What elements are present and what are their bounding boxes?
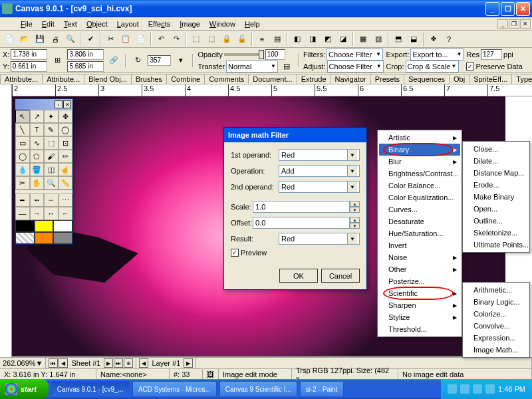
erase-tool[interactable]: ◫: [44, 163, 59, 176]
pencil-tool[interactable]: ✏: [59, 150, 73, 163]
tool-f[interactable]: ▧: [371, 32, 386, 47]
menu-item[interactable]: Sharpen▶: [379, 299, 460, 311]
preview-checkbox[interactable]: ✓: [231, 249, 239, 257]
scale-input[interactable]: [253, 201, 350, 213]
redo-button[interactable]: ↷: [169, 32, 184, 47]
ungroup-button[interactable]: ⬚: [204, 32, 219, 47]
toolbox-close-icon[interactable]: ✕: [63, 100, 71, 108]
wand-tool[interactable]: ✦: [44, 110, 59, 123]
palette-tab[interactable]: Presets: [370, 74, 404, 84]
menu-item[interactable]: Scientific▶: [379, 287, 460, 299]
save-button[interactable]: 💾: [33, 32, 47, 47]
menu-item[interactable]: Curves...: [379, 203, 460, 215]
swatch-white[interactable]: [53, 220, 72, 232]
brush-tool[interactable]: 🖌: [44, 150, 59, 163]
arrow-end[interactable]: →: [30, 207, 45, 220]
menu-help[interactable]: Help: [240, 19, 265, 29]
curve-tool[interactable]: ∿: [30, 136, 45, 150]
swatch-gray[interactable]: [53, 232, 72, 244]
swatch-black[interactable]: [15, 220, 35, 232]
menu-item[interactable]: Image Math...: [464, 344, 528, 356]
filters-combo[interactable]: Choose Filter▼: [327, 49, 383, 61]
y-input[interactable]: [11, 61, 47, 72]
oper-combo[interactable]: Add▼: [279, 165, 360, 177]
rotate-down-icon[interactable]: ▾: [174, 53, 188, 68]
ok-button[interactable]: OK: [279, 269, 318, 283]
taskbar-button[interactable]: Canvas 9 Scientific I...: [219, 381, 297, 397]
menu-item[interactable]: Noise▶: [379, 251, 460, 263]
menu-item[interactable]: Threshold...: [379, 323, 460, 335]
arrow-start[interactable]: ←: [59, 207, 73, 220]
stroke-dash-4[interactable]: ⋯: [59, 194, 73, 207]
group-button[interactable]: ⬚: [189, 32, 203, 47]
menu-image[interactable]: Image: [175, 19, 205, 29]
stroke-dash-1[interactable]: ━: [15, 194, 30, 207]
bucket-tool[interactable]: 🪣: [30, 163, 45, 176]
palette-tab[interactable]: Sequences: [404, 74, 450, 84]
tray-icon[interactable]: [460, 384, 469, 394]
lasso-tool[interactable]: ◯: [59, 123, 73, 136]
menu-item[interactable]: Erode...: [464, 179, 528, 191]
palette-tab[interactable]: Navigator: [331, 74, 371, 84]
scale-up[interactable]: ▲: [350, 201, 360, 207]
offset-up[interactable]: ▲: [350, 217, 360, 223]
open-button[interactable]: 📂: [17, 32, 32, 47]
menu-file[interactable]: File: [16, 19, 37, 29]
stroke-dash-3[interactable]: ┈: [44, 194, 59, 207]
new-button[interactable]: 📄: [2, 32, 17, 47]
lock-button[interactable]: 🔒: [219, 32, 234, 47]
menu-item[interactable]: Binary▶: [379, 144, 460, 156]
tray-icon[interactable]: [485, 384, 495, 394]
select-tool[interactable]: ↖: [15, 110, 30, 123]
menu-item[interactable]: Hue/Saturation...: [379, 227, 460, 239]
menu-item[interactable]: Artistic▶: [379, 132, 460, 144]
menu-item[interactable]: Ultimate Points...: [464, 239, 528, 251]
taskbar-button[interactable]: Canvas 9.0.1 - [cv9_...: [51, 381, 130, 397]
first-page-button[interactable]: ⏮: [49, 358, 58, 368]
maximize-button[interactable]: ☐: [501, 2, 515, 16]
arrow-none[interactable]: —: [15, 207, 30, 220]
palette-tab[interactable]: Obj: [449, 74, 469, 84]
minimize-button[interactable]: _: [485, 2, 499, 16]
menu-item[interactable]: Close...: [464, 143, 528, 155]
palette-tab[interactable]: Attribute...: [0, 74, 43, 84]
mdi-minimize[interactable]: _: [497, 19, 508, 29]
swatch-none[interactable]: [15, 232, 35, 244]
opacity-input[interactable]: [265, 49, 285, 60]
unlock-button[interactable]: 🔓: [235, 32, 249, 47]
offset-input[interactable]: [253, 217, 350, 229]
menu-layout[interactable]: Layout: [112, 19, 144, 29]
copy-button[interactable]: 📋: [118, 32, 133, 47]
spell-button[interactable]: ✔: [83, 32, 98, 47]
prev-page-button[interactable]: ◀: [59, 358, 68, 368]
palette-tab[interactable]: Document...: [248, 74, 297, 84]
palette-tab[interactable]: Attribute...: [42, 74, 84, 84]
mdi-close[interactable]: ✕: [520, 19, 531, 29]
menu-item[interactable]: Distance Map...: [464, 167, 528, 179]
tool-b[interactable]: ◨: [305, 32, 320, 47]
offset-down[interactable]: ▼: [350, 223, 360, 229]
res-input[interactable]: [481, 49, 502, 60]
tray-icon[interactable]: [448, 384, 457, 394]
cancel-button[interactable]: Cancel: [321, 269, 360, 283]
tool-g[interactable]: ⬒: [391, 32, 406, 47]
menu-item[interactable]: Brightness/Contrast...: [379, 168, 460, 180]
cut-button[interactable]: ✂: [103, 32, 118, 47]
taskbar-button[interactable]: si-2 - Paint: [300, 381, 344, 397]
preview-button[interactable]: 🔍: [63, 32, 78, 47]
text-tool[interactable]: T: [30, 123, 45, 136]
transfer-extra-icon[interactable]: ▤: [279, 59, 294, 74]
menu-item[interactable]: Stylize▶: [379, 311, 460, 323]
tool-d[interactable]: ◪: [336, 32, 350, 47]
menu-object[interactable]: Object: [82, 19, 112, 29]
paste-button[interactable]: 📄: [134, 32, 148, 47]
direct-tool[interactable]: ↗: [30, 110, 45, 123]
menu-item[interactable]: Convolve...: [464, 320, 528, 332]
menu-item[interactable]: Other▶: [379, 263, 460, 275]
stroke-dash-2[interactable]: ┅: [30, 194, 45, 207]
menu-effects[interactable]: Effects: [144, 19, 175, 29]
transfer-combo[interactable]: Normal▼: [226, 61, 278, 72]
undo-button[interactable]: ↶: [154, 32, 168, 47]
swatch-yellow[interactable]: [35, 220, 54, 232]
export-combo[interactable]: Export to...▼: [410, 49, 464, 61]
